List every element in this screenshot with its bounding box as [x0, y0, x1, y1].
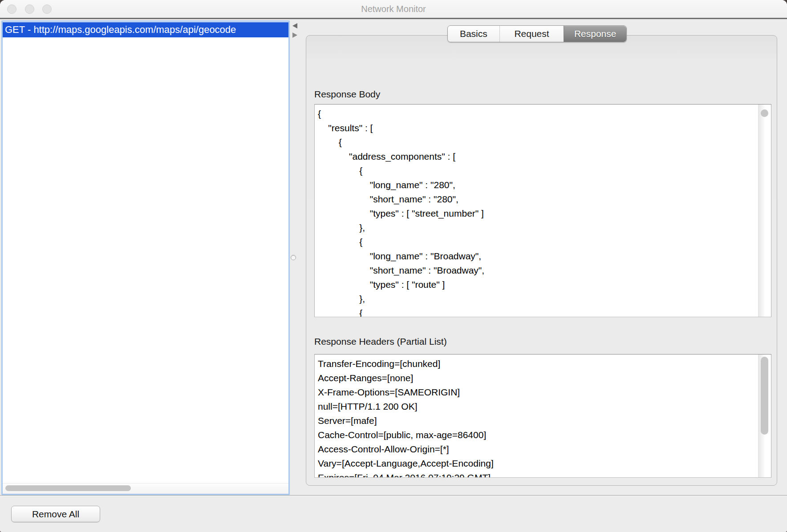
bottom-divider [0, 495, 787, 496]
request-list: GET - http://maps.googleapis.com/maps/ap… [1, 20, 290, 495]
tab-request[interactable]: Request [500, 26, 564, 42]
splitter-collapse-right-icon[interactable] [292, 32, 297, 38]
horizontal-scrollbar-thumb[interactable] [5, 485, 131, 491]
tab-response[interactable]: Response [564, 26, 626, 42]
response-headers-textarea[interactable]: Transfer-Encoding=[chunked] Accept-Range… [314, 354, 771, 478]
network-monitor-window: Network Monitor GET - http://maps.google… [0, 0, 787, 532]
splitter-collapse-left-icon[interactable] [292, 23, 297, 28]
response-tab-panel: Response Body { "results" : [ { "address… [306, 35, 777, 486]
response-headers-scrollbar-track[interactable] [758, 355, 771, 477]
detail-tabs: Basics Request Response [447, 25, 627, 42]
response-body-textarea[interactable]: { "results" : [ { "address_components" :… [314, 104, 771, 317]
request-list-item-selected[interactable]: GET - http://maps.googleapis.com/maps/ap… [3, 22, 288, 37]
response-body-scrollbar-track[interactable] [758, 105, 771, 317]
response-body-label: Response Body [314, 89, 380, 100]
response-body-scrollbar-thumb[interactable] [761, 109, 768, 117]
tab-basics[interactable]: Basics [448, 26, 500, 42]
window-title: Network Monitor [0, 0, 787, 19]
remove-all-button[interactable]: Remove All [11, 506, 100, 522]
title-bar: Network Monitor [0, 0, 787, 19]
splitter-drag-knob-icon[interactable] [291, 255, 296, 260]
response-headers-scrollbar-thumb[interactable] [761, 357, 768, 435]
response-headers-text: Transfer-Encoding=[chunked] Accept-Range… [315, 355, 758, 477]
response-body-text: { "results" : [ { "address_components" :… [315, 105, 758, 317]
response-headers-label: Response Headers (Partial List) [314, 336, 447, 347]
